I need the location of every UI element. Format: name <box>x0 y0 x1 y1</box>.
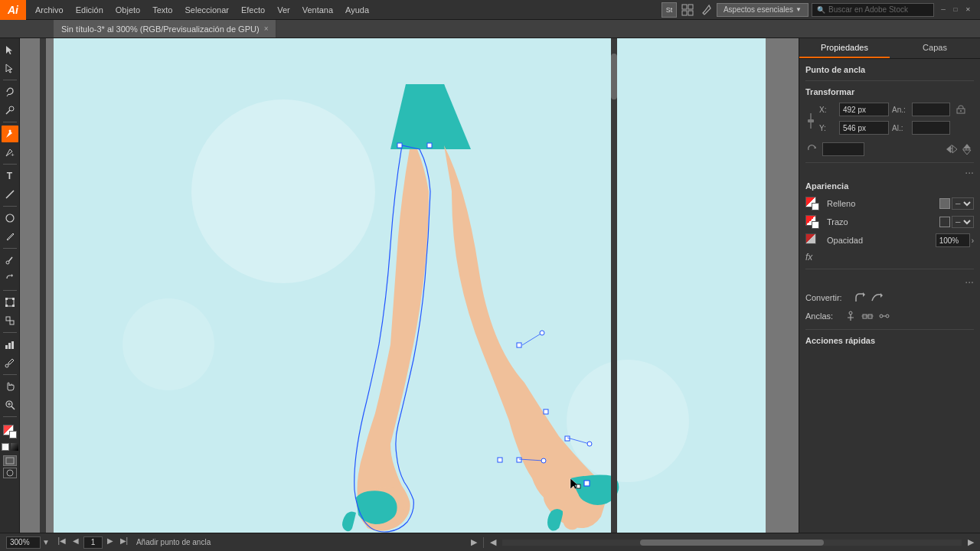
separator-1 <box>3 80 17 80</box>
draw-mode-icons <box>3 455 17 478</box>
rotate-tool[interactable] <box>2 270 18 287</box>
menu-archivo[interactable]: Archivo <box>29 0 70 19</box>
play-icon[interactable]: ▶ <box>471 537 477 547</box>
prev-page-button[interactable]: ◀ <box>70 536 82 549</box>
magic-wand-tool[interactable] <box>2 102 18 119</box>
horizontal-scrollbar-thumb[interactable] <box>640 540 824 546</box>
menu-ayuda[interactable]: Ayuda <box>339 0 375 19</box>
relleno-color-swatch[interactable] <box>939 198 950 209</box>
convert-smooth-icon[interactable] <box>870 291 884 305</box>
normal-draw-mode[interactable] <box>3 455 17 466</box>
fill-none-icon[interactable] <box>2 443 9 451</box>
brush-icon[interactable] <box>698 2 714 18</box>
close-button[interactable]: ✕ <box>962 5 974 15</box>
svg-point-10 <box>6 261 9 264</box>
paintbrush-tool[interactable] <box>2 252 18 269</box>
menu-ver[interactable]: Ver <box>271 0 296 19</box>
opacidad-row: Opacidad › <box>805 233 974 247</box>
menu-texto[interactable]: Texto <box>146 0 178 19</box>
menu-ventana[interactable]: Ventana <box>296 0 339 19</box>
divider-2 <box>805 162 974 163</box>
stock-search-box[interactable]: 🔍 Buscar en Adobe Stock <box>812 3 934 17</box>
flip-horizontal-icon[interactable] <box>945 142 959 156</box>
more-dots-2[interactable]: ··· <box>965 276 974 288</box>
y-label: Y: <box>819 124 835 132</box>
tab-propiedades[interactable]: Propiedades <box>799 38 890 58</box>
more-dots[interactable]: ··· <box>965 166 974 178</box>
grid-icon[interactable] <box>680 2 695 18</box>
color-swap-icon[interactable] <box>11 443 18 451</box>
scrollbar-thumb-vertical[interactable] <box>611 54 617 99</box>
ellipse-tool[interactable] <box>2 210 18 227</box>
proportional-lock-icon[interactable] <box>955 103 967 116</box>
svg-text:+: + <box>11 152 15 158</box>
free-transform-tool[interactable] <box>2 294 18 311</box>
line-segment-tool[interactable] <box>2 186 18 203</box>
width-input[interactable] <box>912 103 950 116</box>
direct-selection-tool[interactable] <box>2 60 18 77</box>
canvas-workspace[interactable] <box>54 38 766 533</box>
anchor-distribute-icon[interactable] <box>877 309 891 323</box>
character-style-icon[interactable]: St <box>662 2 677 18</box>
tab-capas[interactable]: Capas <box>890 38 980 58</box>
minimize-button[interactable]: ─ <box>937 5 949 15</box>
hand-tool[interactable] <box>2 378 18 395</box>
opacidad-expand-icon[interactable]: › <box>972 236 974 245</box>
scroll-right-icon[interactable]: ▶ <box>968 537 974 547</box>
selection-tool[interactable] <box>2 41 18 58</box>
y-input[interactable] <box>839 121 889 135</box>
more-options-2[interactable]: ··· <box>805 276 974 288</box>
page-input[interactable] <box>83 536 103 549</box>
canvas-right-scrollbar[interactable] <box>611 38 617 533</box>
menu-efecto[interactable]: Efecto <box>235 0 271 19</box>
close-tab-button[interactable]: × <box>264 24 269 33</box>
height-input[interactable] <box>912 121 950 135</box>
menu-edicion[interactable]: Edición <box>70 0 109 19</box>
next-page-button[interactable]: ▶ <box>104 536 116 549</box>
more-options[interactable]: ··· <box>805 166 974 178</box>
fill-color-swatch[interactable] <box>2 423 18 440</box>
horizontal-scrollbar[interactable] <box>502 540 962 546</box>
draw-behind-mode[interactable] <box>3 468 17 478</box>
eyedropper-tool[interactable] <box>2 354 18 371</box>
relleno-color-box[interactable] <box>805 197 819 210</box>
document-tab[interactable]: Sin título-3* al 300% (RGB/Previsualizac… <box>54 20 276 37</box>
anchor-align-icon[interactable] <box>861 309 874 323</box>
relleno-type-select[interactable]: ─ <box>952 197 974 210</box>
menu-seleccionar[interactable]: Seleccionar <box>178 0 234 19</box>
relleno-controls: ─ <box>939 197 974 210</box>
trazo-color-swatch[interactable] <box>939 217 950 227</box>
type-tool[interactable]: T <box>2 168 18 184</box>
lasso-tool[interactable] <box>2 83 18 100</box>
svg-rect-38 <box>565 436 570 441</box>
x-input[interactable] <box>839 103 889 116</box>
svg-marker-11 <box>11 274 13 277</box>
canvas-area[interactable] <box>20 38 799 533</box>
separator-2 <box>3 122 17 122</box>
menu-objeto[interactable]: Objeto <box>109 0 146 19</box>
pencil-tool[interactable] <box>2 228 18 245</box>
zoom-tool[interactable] <box>2 396 18 413</box>
scroll-left-icon[interactable]: ◀ <box>490 537 496 547</box>
trazo-weight-select[interactable]: ─ <box>952 216 974 228</box>
opacidad-input[interactable] <box>936 233 970 247</box>
anchor-tool-icon[interactable] <box>844 309 858 323</box>
pen-tool[interactable] <box>2 126 18 142</box>
rotation-input[interactable] <box>822 142 864 156</box>
add-anchor-point-tool[interactable]: + <box>2 144 18 161</box>
shape-builder-tool[interactable] <box>2 312 18 329</box>
convert-corner-icon[interactable] <box>853 291 867 305</box>
essentials-button[interactable]: Aspectos esenciales ▼ <box>717 3 808 17</box>
last-page-button[interactable]: ▶| <box>118 536 130 549</box>
flip-vertical-icon[interactable] <box>960 142 974 156</box>
fx-label[interactable]: fx <box>805 252 812 262</box>
svg-rect-39 <box>498 458 502 462</box>
trazo-color-box[interactable] <box>805 215 819 229</box>
bar-chart-tool[interactable] <box>2 336 18 353</box>
anclas-label: Anclas: <box>805 311 833 321</box>
first-page-button[interactable]: |◀ <box>56 536 68 549</box>
restore-button[interactable]: □ <box>949 5 962 15</box>
zoom-input[interactable] <box>6 536 41 549</box>
fx-row: fx <box>805 252 974 262</box>
zoom-dropdown-icon[interactable]: ▼ <box>42 538 50 546</box>
